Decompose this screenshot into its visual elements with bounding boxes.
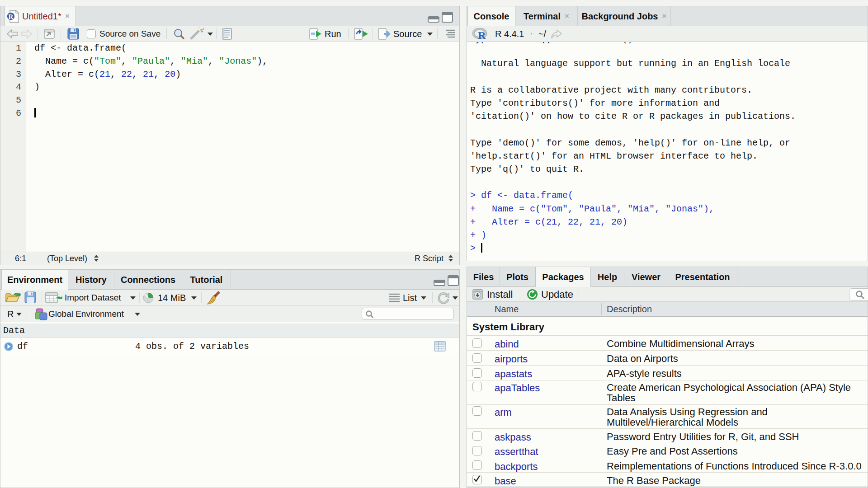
svg-text:R: R [478, 29, 486, 40]
svg-text:R: R [9, 13, 14, 20]
